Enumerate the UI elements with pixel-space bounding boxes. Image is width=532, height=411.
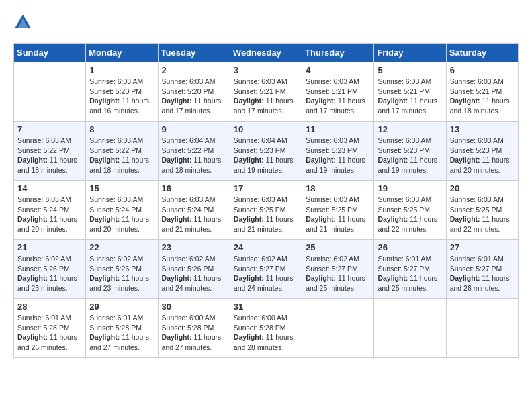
day-number: 2 — [162, 65, 226, 75]
day-of-week-header: Monday — [86, 44, 158, 62]
day-number: 21 — [17, 242, 82, 253]
day-of-week-header: Friday — [374, 44, 446, 62]
calendar-cell: 6Sunrise: 6:03 AMSunset: 5:21 PMDaylight… — [446, 62, 518, 122]
day-number: 25 — [306, 242, 370, 253]
calendar-cell: 2Sunrise: 6:03 AMSunset: 5:20 PMDaylight… — [158, 62, 230, 122]
calendar-cell: 28Sunrise: 6:01 AMSunset: 5:28 PMDayligh… — [14, 299, 86, 358]
calendar-cell: 31Sunrise: 6:00 AMSunset: 5:28 PMDayligh… — [230, 299, 302, 358]
day-info: Sunrise: 6:01 AMSunset: 5:27 PMDaylight:… — [378, 254, 442, 293]
calendar-cell: 10Sunrise: 6:04 AMSunset: 5:23 PMDayligh… — [230, 122, 302, 181]
calendar-cell: 12Sunrise: 6:03 AMSunset: 5:23 PMDayligh… — [374, 122, 446, 181]
day-number: 22 — [89, 242, 154, 253]
day-number: 24 — [234, 242, 298, 253]
day-number: 6 — [450, 65, 515, 75]
calendar-cell: 24Sunrise: 6:02 AMSunset: 5:27 PMDayligh… — [230, 240, 302, 299]
day-info: Sunrise: 6:03 AMSunset: 5:21 PMDaylight:… — [234, 77, 298, 116]
calendar-cell — [14, 62, 86, 122]
logo — [13, 13, 35, 32]
calendar-cell: 8Sunrise: 6:03 AMSunset: 5:22 PMDaylight… — [86, 122, 158, 181]
day-info: Sunrise: 6:02 AMSunset: 5:27 PMDaylight:… — [234, 254, 298, 293]
calendar-header-row: SundayMondayTuesdayWednesdayThursdayFrid… — [14, 44, 519, 62]
calendar-cell: 17Sunrise: 6:03 AMSunset: 5:25 PMDayligh… — [230, 181, 302, 240]
calendar-cell — [374, 299, 446, 358]
day-number: 12 — [378, 124, 442, 134]
day-info: Sunrise: 6:01 AMSunset: 5:27 PMDaylight:… — [450, 254, 515, 293]
calendar-cell: 9Sunrise: 6:04 AMSunset: 5:22 PMDaylight… — [158, 122, 230, 181]
day-info: Sunrise: 6:01 AMSunset: 5:28 PMDaylight:… — [17, 313, 82, 353]
day-number: 23 — [162, 242, 226, 253]
calendar-cell: 20Sunrise: 6:03 AMSunset: 5:25 PMDayligh… — [446, 181, 518, 240]
calendar-cell: 15Sunrise: 6:03 AMSunset: 5:24 PMDayligh… — [86, 181, 158, 240]
day-number: 20 — [450, 183, 515, 193]
calendar-cell: 16Sunrise: 6:03 AMSunset: 5:24 PMDayligh… — [158, 181, 230, 240]
day-info: Sunrise: 6:03 AMSunset: 5:21 PMDaylight:… — [450, 77, 515, 116]
day-number: 15 — [89, 183, 154, 193]
day-number: 16 — [162, 183, 226, 193]
calendar-cell: 29Sunrise: 6:01 AMSunset: 5:28 PMDayligh… — [86, 299, 158, 358]
calendar-cell — [446, 299, 518, 358]
day-number: 19 — [378, 183, 442, 193]
day-number: 8 — [89, 124, 154, 134]
day-info: Sunrise: 6:03 AMSunset: 5:23 PMDaylight:… — [306, 136, 370, 175]
day-of-week-header: Sunday — [14, 44, 86, 62]
day-number: 9 — [162, 124, 226, 134]
day-info: Sunrise: 6:03 AMSunset: 5:22 PMDaylight:… — [17, 136, 82, 175]
day-number: 18 — [306, 183, 370, 193]
day-info: Sunrise: 6:04 AMSunset: 5:22 PMDaylight:… — [162, 136, 226, 175]
calendar-cell: 21Sunrise: 6:02 AMSunset: 5:26 PMDayligh… — [14, 240, 86, 299]
logo-icon — [13, 13, 32, 32]
day-info: Sunrise: 6:02 AMSunset: 5:26 PMDaylight:… — [17, 254, 82, 293]
day-info: Sunrise: 6:03 AMSunset: 5:25 PMDaylight:… — [306, 195, 370, 234]
calendar-cell: 4Sunrise: 6:03 AMSunset: 5:21 PMDaylight… — [302, 62, 374, 122]
day-info: Sunrise: 6:03 AMSunset: 5:24 PMDaylight:… — [17, 195, 82, 234]
day-info: Sunrise: 6:02 AMSunset: 5:27 PMDaylight:… — [306, 254, 370, 293]
day-number: 7 — [17, 124, 82, 134]
calendar-cell: 11Sunrise: 6:03 AMSunset: 5:23 PMDayligh… — [302, 122, 374, 181]
calendar-table: SundayMondayTuesdayWednesdayThursdayFrid… — [13, 43, 519, 358]
day-info: Sunrise: 6:00 AMSunset: 5:28 PMDaylight:… — [162, 313, 226, 353]
day-of-week-header: Thursday — [302, 44, 374, 62]
day-number: 31 — [234, 302, 298, 312]
day-number: 26 — [378, 242, 442, 253]
day-number: 14 — [17, 183, 82, 193]
calendar-cell: 25Sunrise: 6:02 AMSunset: 5:27 PMDayligh… — [302, 240, 374, 299]
day-number: 17 — [234, 183, 298, 193]
day-number: 28 — [17, 302, 82, 312]
calendar-cell: 3Sunrise: 6:03 AMSunset: 5:21 PMDaylight… — [230, 62, 302, 122]
day-number: 30 — [162, 302, 226, 312]
calendar-week-row: 1Sunrise: 6:03 AMSunset: 5:20 PMDaylight… — [14, 62, 519, 122]
calendar-cell: 18Sunrise: 6:03 AMSunset: 5:25 PMDayligh… — [302, 181, 374, 240]
page-header — [13, 13, 519, 32]
day-of-week-header: Saturday — [446, 44, 518, 62]
day-number: 10 — [234, 124, 298, 134]
day-of-week-header: Tuesday — [158, 44, 230, 62]
calendar-cell: 5Sunrise: 6:03 AMSunset: 5:21 PMDaylight… — [374, 62, 446, 122]
day-number: 29 — [89, 302, 154, 312]
calendar-cell: 30Sunrise: 6:00 AMSunset: 5:28 PMDayligh… — [158, 299, 230, 358]
calendar-cell: 19Sunrise: 6:03 AMSunset: 5:25 PMDayligh… — [374, 181, 446, 240]
day-number: 1 — [89, 65, 154, 75]
calendar-cell: 1Sunrise: 6:03 AMSunset: 5:20 PMDaylight… — [86, 62, 158, 122]
calendar-cell: 26Sunrise: 6:01 AMSunset: 5:27 PMDayligh… — [374, 240, 446, 299]
calendar-cell: 22Sunrise: 6:02 AMSunset: 5:26 PMDayligh… — [86, 240, 158, 299]
calendar-cell: 14Sunrise: 6:03 AMSunset: 5:24 PMDayligh… — [14, 181, 86, 240]
day-info: Sunrise: 6:02 AMSunset: 5:26 PMDaylight:… — [89, 254, 154, 293]
day-info: Sunrise: 6:03 AMSunset: 5:23 PMDaylight:… — [450, 136, 515, 175]
day-info: Sunrise: 6:03 AMSunset: 5:25 PMDaylight:… — [234, 195, 298, 234]
day-info: Sunrise: 6:00 AMSunset: 5:28 PMDaylight:… — [234, 313, 298, 353]
calendar-cell — [302, 299, 374, 358]
day-number: 5 — [378, 65, 442, 75]
calendar-cell: 27Sunrise: 6:01 AMSunset: 5:27 PMDayligh… — [446, 240, 518, 299]
calendar-week-row: 14Sunrise: 6:03 AMSunset: 5:24 PMDayligh… — [14, 181, 519, 240]
calendar-cell: 23Sunrise: 6:02 AMSunset: 5:26 PMDayligh… — [158, 240, 230, 299]
calendar-cell: 7Sunrise: 6:03 AMSunset: 5:22 PMDaylight… — [14, 122, 86, 181]
day-info: Sunrise: 6:03 AMSunset: 5:25 PMDaylight:… — [450, 195, 515, 234]
day-info: Sunrise: 6:02 AMSunset: 5:26 PMDaylight:… — [162, 254, 226, 293]
day-info: Sunrise: 6:03 AMSunset: 5:24 PMDaylight:… — [89, 195, 154, 234]
calendar-week-row: 21Sunrise: 6:02 AMSunset: 5:26 PMDayligh… — [14, 240, 519, 299]
day-number: 11 — [306, 124, 370, 134]
day-number: 4 — [306, 65, 370, 75]
day-info: Sunrise: 6:03 AMSunset: 5:23 PMDaylight:… — [378, 136, 442, 175]
day-info: Sunrise: 6:01 AMSunset: 5:28 PMDaylight:… — [89, 313, 154, 353]
day-info: Sunrise: 6:03 AMSunset: 5:24 PMDaylight:… — [162, 195, 226, 234]
